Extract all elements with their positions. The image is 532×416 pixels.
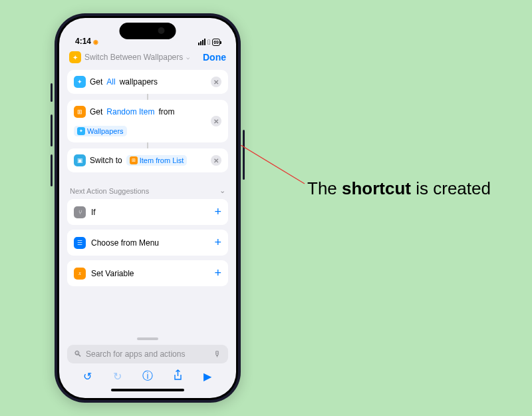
suggestion-label: Choose from Menu: [91, 238, 159, 248]
suggestion-label: If: [91, 208, 96, 217]
action-get-random[interactable]: ⊞ Get Random Item from ✕ ✦Wallpapers: [67, 100, 228, 142]
variable-item-from-list[interactable]: ⊞Item from List: [126, 155, 188, 166]
status-time: 4:14 ◉: [75, 37, 98, 46]
home-indicator[interactable]: [111, 389, 184, 391]
actions-list: ✦ Get All wallpapers ✕ ⊞ Get Random Item…: [59, 70, 236, 333]
shortcut-app-icon: ✦: [69, 51, 81, 63]
search-input[interactable]: 🔍︎ Search for apps and actions 🎙︎: [67, 345, 228, 363]
if-icon: ⑂: [74, 206, 86, 218]
bottom-panel: 🔍︎ Search for apps and actions 🎙︎ ↺ ↻ ⓘ …: [59, 333, 236, 398]
add-icon[interactable]: +: [214, 205, 221, 219]
clear-action-icon[interactable]: ✕: [211, 116, 221, 126]
svg-line-0: [241, 145, 305, 184]
redo-button[interactable]: ↻: [110, 370, 125, 383]
search-placeholder: Search for apps and actions: [86, 349, 185, 359]
drag-handle[interactable]: [137, 337, 158, 340]
suggestion-choose-menu[interactable]: ☰Choose from Menu +: [67, 230, 228, 256]
chevron-down-icon: ⌵: [186, 54, 190, 61]
volume-down: [51, 154, 53, 186]
toolbar: ↺ ↻ ⓘ ▶: [67, 363, 228, 386]
phone-frame: 4:14 ◉ ︎ 69 ✦ Switch Between Wallpapers…: [55, 13, 241, 403]
suggestions-title: Next Action Suggestions: [70, 187, 149, 195]
undo-button[interactable]: ↺: [80, 370, 95, 383]
volume-up: [51, 114, 53, 146]
wallpaper-icon: ✦: [74, 76, 86, 88]
action-get-wallpapers[interactable]: ✦ Get All wallpapers ✕: [67, 70, 228, 94]
menu-icon: ☰: [74, 237, 86, 249]
header: ✦ Switch Between Wallpapers ⌵ Done: [59, 47, 236, 70]
shortcut-name: Switch Between Wallpapers: [84, 53, 183, 62]
search-icon: 🔍︎: [74, 349, 82, 359]
suggestion-label: Set Variable: [91, 269, 134, 278]
wallpaper-icon: ✦: [77, 127, 85, 135]
dynamic-island: [120, 23, 176, 39]
annotation-text: The shortcut is created: [306, 176, 492, 202]
signal-icon: [198, 39, 205, 45]
chevron-down-icon: ⌄: [219, 186, 225, 195]
share-button[interactable]: [170, 369, 185, 383]
callout-line: [241, 145, 307, 198]
wifi-icon: ︎: [207, 38, 210, 46]
done-button[interactable]: Done: [203, 52, 226, 63]
mic-icon[interactable]: 🎙︎: [213, 349, 221, 359]
add-icon[interactable]: +: [214, 236, 221, 250]
clear-action-icon[interactable]: ✕: [211, 155, 221, 166]
screen: 4:14 ◉ ︎ 69 ✦ Switch Between Wallpapers…: [59, 18, 236, 398]
variable-icon: 𝑥: [74, 268, 86, 280]
info-button[interactable]: ⓘ: [140, 369, 155, 383]
shortcut-title[interactable]: ✦ Switch Between Wallpapers ⌵: [69, 51, 190, 63]
recording-icon: ◉: [93, 39, 98, 45]
action-switch-wallpaper[interactable]: ▣ Switch to ⊞Item from List ✕: [67, 148, 228, 172]
switch-icon: ▣: [74, 154, 86, 166]
battery-icon: 69: [212, 39, 220, 46]
side-button: [51, 83, 53, 102]
run-button[interactable]: ▶: [200, 370, 215, 383]
suggestion-set-variable[interactable]: 𝑥Set Variable +: [67, 260, 228, 286]
suggestion-if[interactable]: ⑂If +: [67, 199, 228, 225]
list-icon: ⊞: [130, 156, 138, 164]
variable-wallpapers[interactable]: ✦Wallpapers: [74, 126, 127, 136]
suggestions-header[interactable]: Next Action Suggestions ⌄: [67, 178, 228, 199]
power-button: [243, 130, 245, 180]
connector: [147, 94, 148, 100]
clear-action-icon[interactable]: ✕: [211, 77, 221, 87]
add-icon[interactable]: +: [214, 266, 221, 280]
list-icon: ⊞: [74, 106, 86, 118]
connector: [147, 142, 148, 148]
